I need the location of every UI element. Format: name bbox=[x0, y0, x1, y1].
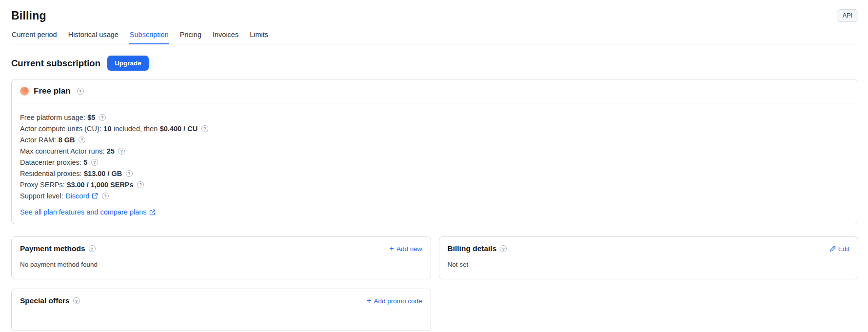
discord-link[interactable]: Discord bbox=[65, 192, 98, 200]
plan-feature-row: Max concurrent Actor runs: 25 bbox=[20, 145, 849, 156]
feature-value: $0.400 / CU bbox=[160, 125, 197, 133]
payment-methods-card: Payment methods + Add new No payment met… bbox=[11, 236, 431, 279]
feature-label: Actor compute units (CU): bbox=[20, 125, 101, 133]
compare-plans-link[interactable]: See all plan features and compare plans bbox=[20, 208, 156, 216]
plan-name: Free plan bbox=[34, 86, 71, 96]
feature-value: 25 bbox=[107, 147, 115, 155]
help-icon[interactable] bbox=[126, 170, 133, 177]
plan-feature-row: Proxy SERPs: $3.00 / 1,000 SERPs bbox=[20, 179, 849, 190]
billing-details-header: Billing details Edit bbox=[448, 244, 850, 253]
page-title: Billing bbox=[11, 0, 858, 22]
edit-billing-details-label: Edit bbox=[838, 245, 849, 253]
tab-historical-usage[interactable]: Historical usage bbox=[68, 31, 119, 44]
tab-current-period[interactable]: Current period bbox=[11, 31, 58, 44]
plan-feature-row: Datacenter proxies: 5 bbox=[20, 156, 849, 168]
special-offers-header: Special offers + Add promo code bbox=[20, 296, 422, 305]
plan-feature-row: Actor compute units (CU): 10 included, t… bbox=[20, 123, 849, 134]
billing-tabs: Current period Historical usage Subscrip… bbox=[11, 31, 858, 44]
billing-details-title: Billing details bbox=[448, 244, 497, 253]
feature-value: 8 GB bbox=[59, 136, 75, 144]
section-title: Current subscription bbox=[11, 58, 100, 69]
pencil-icon bbox=[829, 246, 836, 252]
payment-methods-empty-text: No payment method found bbox=[20, 261, 422, 268]
billing-cards-row: Payment methods + Add new No payment met… bbox=[11, 236, 858, 279]
plan-card-body: Free platform usage: $5 Actor compute un… bbox=[12, 103, 858, 224]
edit-billing-details-button[interactable]: Edit bbox=[829, 245, 849, 253]
current-subscription-header: Current subscription Upgrade bbox=[11, 56, 858, 71]
plan-feature-row: Free platform usage: $5 bbox=[20, 112, 849, 123]
feature-label: Residential proxies: bbox=[20, 170, 82, 177]
feature-value: 10 bbox=[103, 125, 111, 133]
add-promo-code-button[interactable]: + Add promo code bbox=[367, 297, 422, 305]
plan-feature-row: Residential proxies: $13.00 / GB bbox=[20, 168, 849, 179]
external-link-icon bbox=[149, 209, 156, 215]
feature-value: $3.00 / 1,000 SERPs bbox=[67, 181, 133, 189]
billing-details-card: Billing details Edit Not set bbox=[439, 236, 859, 279]
plan-card: Free plan Free platform usage: $5 Actor … bbox=[11, 79, 858, 224]
compare-plans-row: See all plan features and compare plans bbox=[20, 208, 849, 216]
upgrade-button[interactable]: Upgrade bbox=[107, 56, 149, 71]
help-icon[interactable] bbox=[89, 245, 96, 252]
help-icon[interactable] bbox=[201, 125, 208, 132]
tab-invoices[interactable]: Invoices bbox=[212, 31, 239, 44]
special-offers-card: Special offers + Add promo code bbox=[11, 289, 431, 331]
feature-label: Support level: bbox=[20, 192, 63, 200]
help-icon[interactable] bbox=[137, 181, 144, 188]
help-icon[interactable] bbox=[99, 114, 106, 121]
help-icon[interactable] bbox=[79, 137, 85, 143]
plus-icon: + bbox=[390, 245, 394, 253]
plan-feature-row: Actor RAM: 8 GB bbox=[20, 134, 849, 145]
help-icon[interactable] bbox=[77, 88, 84, 95]
add-payment-method-button[interactable]: + Add new bbox=[390, 245, 422, 253]
feature-label: Free platform usage: bbox=[20, 114, 85, 121]
plan-support-row: Support level: Discord bbox=[20, 190, 849, 201]
plan-tier-icon bbox=[20, 87, 29, 96]
feature-value: $13.00 / GB bbox=[84, 170, 122, 177]
billing-details-empty-text: Not set bbox=[448, 261, 850, 268]
feature-label: Actor RAM: bbox=[20, 136, 56, 144]
feature-label: included, then bbox=[114, 125, 158, 133]
feature-label: Datacenter proxies: bbox=[20, 158, 81, 166]
help-icon[interactable] bbox=[91, 159, 98, 166]
feature-value: $5 bbox=[87, 114, 95, 121]
api-button[interactable]: API bbox=[837, 9, 858, 22]
help-icon[interactable] bbox=[500, 245, 507, 252]
external-link-icon bbox=[92, 193, 98, 199]
plus-icon: + bbox=[367, 297, 371, 305]
feature-value: 5 bbox=[83, 158, 87, 166]
discord-link-label: Discord bbox=[65, 192, 89, 200]
help-icon[interactable] bbox=[102, 193, 109, 199]
billing-page: Billing API Current period Historical us… bbox=[0, 0, 868, 332]
plan-card-header: Free plan bbox=[12, 79, 858, 103]
compare-plans-label: See all plan features and compare plans bbox=[20, 208, 147, 216]
feature-label: Max concurrent Actor runs: bbox=[20, 147, 104, 155]
add-promo-code-label: Add promo code bbox=[374, 297, 422, 305]
special-offers-title: Special offers bbox=[20, 296, 70, 305]
tab-subscription[interactable]: Subscription bbox=[129, 31, 169, 44]
tab-pricing[interactable]: Pricing bbox=[179, 31, 202, 44]
tab-limits[interactable]: Limits bbox=[249, 31, 269, 44]
help-icon[interactable] bbox=[73, 297, 80, 304]
payment-methods-header: Payment methods + Add new bbox=[20, 244, 422, 253]
help-icon[interactable] bbox=[118, 148, 125, 155]
add-payment-method-label: Add new bbox=[396, 245, 422, 253]
payment-methods-title: Payment methods bbox=[20, 244, 85, 253]
feature-label: Proxy SERPs: bbox=[20, 181, 65, 189]
